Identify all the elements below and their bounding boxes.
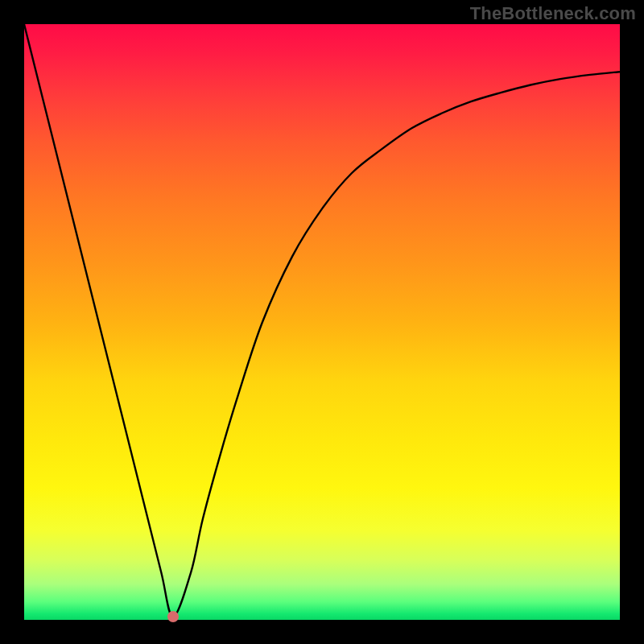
plot-background-gradient [24,24,620,620]
watermark-text: TheBottleneck.com [470,3,636,24]
chart-frame: TheBottleneck.com [0,0,644,644]
